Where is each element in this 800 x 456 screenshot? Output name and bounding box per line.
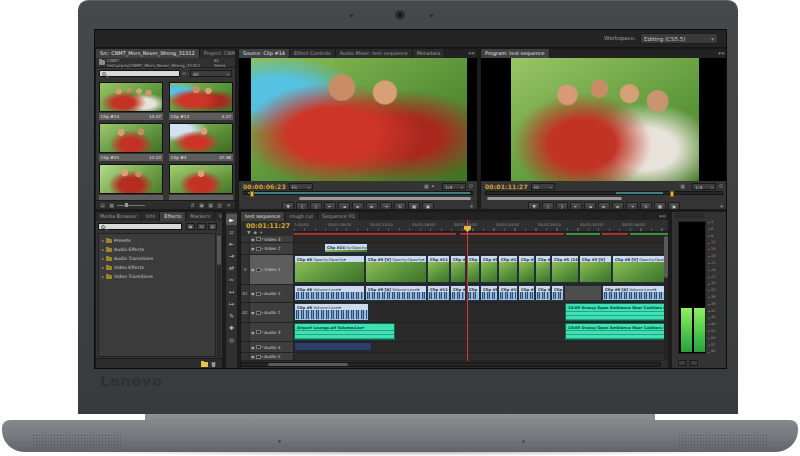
effects-tab[interactable]: Markers xyxy=(186,212,215,221)
go-to-out-icon[interactable]: ⇥ xyxy=(626,202,638,210)
workspace-dropdown[interactable]: Editing (CS5.5)▾ xyxy=(640,33,718,44)
timeline-clip[interactable]: Clip #5 [A] xyxy=(480,285,498,301)
lock-toggle-icon[interactable] xyxy=(256,237,261,241)
project-clip-item[interactable]: Clip #134:27 xyxy=(168,80,235,121)
lock-toggle-icon[interactable] xyxy=(256,355,261,359)
collapse-arrow-icon[interactable]: ▾ xyxy=(262,247,264,251)
output-icon[interactable]: ✦ xyxy=(431,183,435,189)
project-clip-item[interactable]: Clip #337:48 xyxy=(168,121,235,162)
effects-folder-row[interactable]: ▸Video Effects xyxy=(99,263,215,272)
timeline-ruler[interactable]: 00:01:04:0200:01:08:0200:01:12:0200:01:1… xyxy=(294,220,669,232)
slip-tool[interactable]: ↤ xyxy=(226,286,237,297)
effects-search-input[interactable] xyxy=(98,223,182,230)
effects-folder-row[interactable]: ▸Presets xyxy=(99,236,215,245)
track-header[interactable]: ◉▾Video 3 xyxy=(241,236,294,242)
timeline-vertical-scrollbar[interactable] xyxy=(664,236,668,361)
timeline-clip[interactable]: Clip #9 [V] Opacity:Opacity▾ xyxy=(365,255,427,283)
eye-icon[interactable]: ◉ xyxy=(251,354,255,359)
collapse-arrow-icon[interactable]: ▾ xyxy=(262,292,264,296)
timeline-horizontal-scrollbar[interactable] xyxy=(241,362,661,367)
solo-right-icon[interactable] xyxy=(690,360,698,366)
add-marker-icon[interactable]: ▼ xyxy=(282,202,294,210)
source-tab[interactable]: Effect Controls xyxy=(290,49,336,58)
track-lane[interactable]: Clip #6 Opacity:Opacity▾Clip #9 [V] Opac… xyxy=(294,255,669,284)
yuv-effects-icon[interactable]: ▥ xyxy=(208,223,217,230)
effects-folder-row[interactable]: ▸Video Transitions xyxy=(99,272,215,281)
timeline-clip[interactable]: Clip #12 xyxy=(498,285,518,301)
thumbnail-zoom-slider[interactable] xyxy=(117,205,145,206)
timeline-clip[interactable]: Clip #3 [V] xyxy=(579,255,612,283)
timeline-clip[interactable]: Clip #8 [V] Opacity:Opacity▾ xyxy=(612,255,667,283)
collapse-arrow-icon[interactable]: ▾ xyxy=(262,268,264,272)
track-assign-tag[interactable] xyxy=(241,243,250,254)
clip-thumbnail[interactable] xyxy=(169,164,233,194)
project-clip-item[interactable] xyxy=(98,162,165,202)
timeline-clip[interactable]: Clip #5 (24%) Fy▾ xyxy=(551,255,579,283)
timeline-clip[interactable]: Airport Lounge.aif Volume:Lev▾ xyxy=(294,323,395,340)
program-resolution-dropdown[interactable]: 1/4▾ xyxy=(692,183,716,190)
loop-icon[interactable]: ↻ xyxy=(394,202,406,210)
32bit-effects-icon[interactable]: 32 xyxy=(197,223,206,230)
clear-icon[interactable]: ✕ xyxy=(225,202,232,208)
track-header[interactable]: A2◉▾Audio 2 xyxy=(241,303,294,322)
track-header[interactable]: ◉▾Video 2 xyxy=(241,243,294,254)
timeline-clip[interactable]: Clip #11 xyxy=(518,285,535,301)
go-to-in-icon[interactable]: ⇤ xyxy=(324,202,336,210)
source-playhead-marker[interactable] xyxy=(250,191,254,197)
effects-scrollbar[interactable] xyxy=(217,233,221,357)
timeline-clip[interactable]: Clip #4 xyxy=(450,255,466,283)
timeline-clip[interactable]: Clip #13 xyxy=(466,255,480,283)
program-scrub-bar[interactable] xyxy=(485,191,723,195)
filter-dropdown[interactable]: All▾ xyxy=(190,70,232,77)
clip-thumbnail[interactable] xyxy=(99,82,163,112)
collapse-arrow-icon[interactable]: ▾ xyxy=(262,237,264,241)
new-custom-bin-icon[interactable] xyxy=(201,362,208,367)
track-header[interactable]: ◉▾Audio 5 xyxy=(241,353,294,360)
timeline-clip[interactable]: 10:09 Grassy Open Ambience Near Cashiers… xyxy=(565,323,667,340)
playhead-line[interactable] xyxy=(467,220,468,361)
source-zoom-dropdown[interactable]: Fit▾ xyxy=(289,183,313,190)
collapse-arrow-icon[interactable]: ▾ xyxy=(262,311,264,315)
track-assign-tag[interactable] xyxy=(241,342,250,352)
collapse-arrow-icon[interactable]: ▾ xyxy=(262,345,264,349)
track-lane[interactable]: Clip #6 Volume:Level▾Clip #9 [A] Volume:… xyxy=(294,285,669,302)
timeline-clip[interactable] xyxy=(294,342,372,351)
slide-tool[interactable]: ↦ xyxy=(226,298,237,309)
export-frame-icon[interactable]: ▣ xyxy=(422,202,434,210)
track-lane[interactable] xyxy=(294,236,669,242)
track-lane[interactable] xyxy=(294,353,669,360)
track-assign-tag[interactable]: V xyxy=(241,255,250,284)
panel-menu-icon[interactable]: ▾≡ xyxy=(466,49,477,58)
new-item-icon[interactable]: ▥ xyxy=(216,202,223,208)
find-icon[interactable]: ▣ xyxy=(198,202,205,208)
play-icon[interactable]: ► xyxy=(598,202,610,210)
timeline-clip[interactable]: Clip #6 Opacity:Opacity▾ xyxy=(294,255,365,283)
mark-in-icon[interactable]: { xyxy=(542,202,554,210)
clip-thumbnail[interactable] xyxy=(169,82,233,112)
timeline-clip[interactable]: Clip #11 [V] xyxy=(427,255,450,283)
track-assign-tag[interactable] xyxy=(241,236,250,242)
set-markers-icon[interactable]: ◆ xyxy=(253,230,256,235)
source-resolution-dropdown[interactable]: 1/4▾ xyxy=(442,183,466,190)
chevron-right-icon[interactable]: ▸ xyxy=(102,256,104,261)
delete-icon[interactable] xyxy=(211,361,216,367)
icon-view-icon[interactable]: ▦ xyxy=(108,202,115,208)
step-back-icon[interactable]: ◄ xyxy=(338,202,350,210)
timeline-clip[interactable]: Clip #6 Volume:Level▾ xyxy=(294,303,369,321)
pen-tool[interactable]: ✎ xyxy=(226,310,237,321)
project-clip-item[interactable]: Clip #1414:37 xyxy=(98,80,165,121)
effects-folder-row[interactable]: ▸Audio Effects xyxy=(99,245,215,254)
eye-icon[interactable]: ◉ xyxy=(251,310,255,315)
track-select-tool[interactable]: ▫ xyxy=(226,226,237,237)
track-lane[interactable]: Clip #24 ity:Opacity▾ xyxy=(294,243,669,254)
timeline-clip[interactable] xyxy=(564,285,602,301)
safe-margins-icon[interactable]: ▦ xyxy=(680,183,685,189)
eye-icon[interactable]: ◉ xyxy=(251,237,255,242)
add-marker-icon[interactable]: ▼ xyxy=(528,202,540,210)
track-assign-tag[interactable] xyxy=(241,353,250,360)
program-zoom-dropdown[interactable]: Fit▾ xyxy=(531,183,555,190)
eye-icon[interactable]: ◉ xyxy=(251,267,255,272)
project-search-input[interactable] xyxy=(99,70,180,77)
track-lane[interactable] xyxy=(294,342,669,352)
timeline-clip[interactable]: Clip #5 [V] xyxy=(480,255,498,283)
